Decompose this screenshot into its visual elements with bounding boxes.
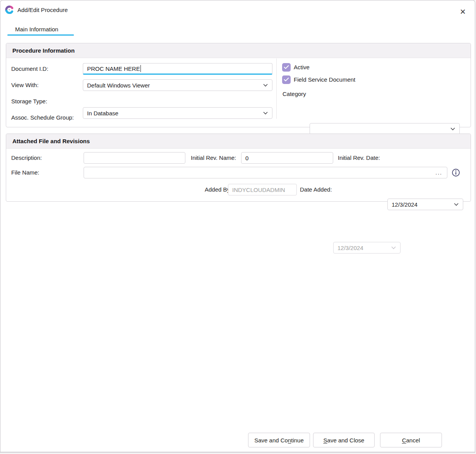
active-checkbox[interactable]	[282, 63, 291, 72]
cancel-mnemonic: C	[402, 437, 406, 444]
chevron-down-icon	[454, 203, 459, 206]
close-icon[interactable]: ✕	[457, 6, 469, 17]
storage-type-label: Storage Type:	[11, 96, 47, 107]
description-label: Description:	[11, 152, 42, 164]
field-service-document-checkbox-label: Field Service Document	[294, 75, 355, 84]
add-edit-procedure-dialog: Add/Edit Procedure ✕ Main Information Pr…	[0, 0, 475, 453]
file-name-input[interactable]: ...	[84, 167, 447, 178]
app-logo-icon	[5, 5, 14, 14]
cancel-button[interactable]: Cancel	[380, 433, 442, 447]
chevron-down-icon	[391, 246, 396, 249]
document-id-input[interactable]: PROC NAME HERE	[83, 63, 272, 75]
save-and-continue-text-pre: Save and Co	[254, 437, 288, 444]
initial-rev-date-dropdown[interactable]: 12/3/2024	[387, 199, 463, 210]
assoc-schedule-group-label: Assoc. Schedule Group:	[11, 112, 74, 123]
field-service-document-checkbox[interactable]	[282, 75, 291, 84]
added-by-label: Added By:	[205, 184, 231, 195]
initial-rev-date-value: 12/3/2024	[392, 201, 418, 208]
save-and-close-button[interactable]: Save and Close	[313, 433, 375, 447]
procedure-information-header: Procedure Information	[6, 43, 471, 58]
initial-rev-name-input[interactable]: 0	[241, 152, 333, 164]
save-and-continue-mnemonic: n	[288, 437, 291, 444]
dialog-title: Add/Edit Procedure	[17, 6, 68, 14]
initial-rev-name-label: Initial Rev. Name:	[191, 152, 236, 164]
chevron-down-icon	[450, 127, 455, 130]
category-dropdown[interactable]	[310, 123, 460, 135]
initial-rev-name-value: 0	[245, 155, 248, 161]
chevron-down-icon	[263, 111, 268, 115]
category-label: Category	[283, 88, 306, 100]
tab-active-underline	[7, 34, 74, 36]
storage-type-dropdown[interactable]: In Database	[83, 107, 272, 119]
checkmark-icon	[284, 76, 289, 83]
initial-rev-date-label: Initial Rev. Date:	[338, 152, 380, 164]
added-by-value: INDYCLOUDADMIN	[232, 187, 285, 193]
attached-file-revisions-header: Attached File and Revisions	[6, 134, 471, 149]
description-input[interactable]	[84, 152, 185, 164]
view-with-dropdown[interactable]: Default Windows Viewer	[83, 79, 272, 91]
document-id-label: Document I.D:	[11, 63, 48, 75]
document-id-text: PROC NAME HERE	[87, 65, 140, 72]
storage-type-value: In Database	[87, 110, 118, 116]
info-icon[interactable]	[452, 168, 460, 177]
date-added-dropdown: 12/3/2024	[333, 242, 401, 254]
date-added-value: 12/3/2024	[337, 245, 363, 251]
checkmark-icon	[284, 64, 289, 71]
save-and-close-mnemonic: S	[324, 437, 327, 444]
group-vertical-divider	[276, 58, 277, 119]
view-with-label: View With:	[11, 79, 39, 91]
cancel-text: ancel	[406, 437, 420, 444]
chevron-down-icon	[263, 84, 268, 87]
view-with-value: Default Windows Viewer	[87, 82, 150, 89]
date-added-label: Date Added:	[300, 184, 332, 195]
save-and-continue-button[interactable]: Save and Continue	[248, 433, 310, 447]
tab-main-information[interactable]: Main Information	[15, 25, 58, 34]
active-checkbox-label: Active	[294, 63, 310, 72]
file-name-label: File Name:	[11, 167, 39, 178]
save-and-close-text: ave and Close	[327, 437, 365, 444]
save-and-continue-text-post: tinue	[291, 437, 304, 444]
text-caret	[140, 65, 141, 72]
added-by-input: INDYCLOUDADMIN	[228, 184, 297, 195]
browse-file-button[interactable]: ...	[435, 171, 443, 175]
